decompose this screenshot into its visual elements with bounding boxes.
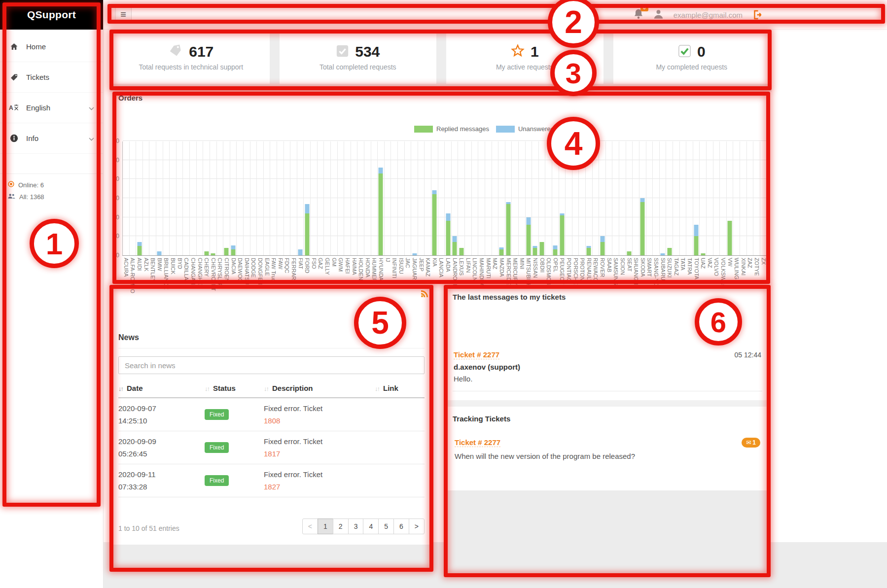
annotation-number-3: 3 [550,50,597,96]
annotation-rect-2 [107,4,885,24]
annotation-rect-3 [109,30,772,90]
annotation-number-6: 6 [695,298,742,346]
annotation-number-5: 5 [354,297,406,349]
annotation-rect-4 [112,92,770,284]
annotation-number-4: 4 [547,117,600,170]
annotation-number-1: 1 [30,219,79,268]
